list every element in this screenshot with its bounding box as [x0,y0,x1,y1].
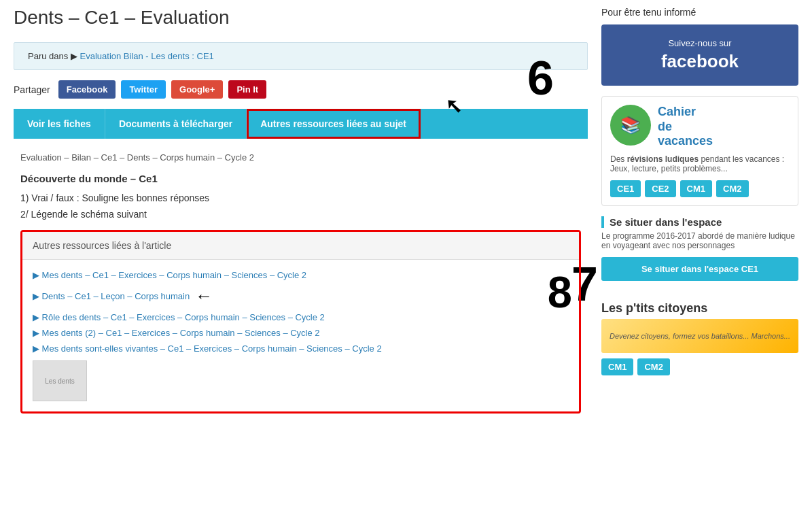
related-resources-content: 8 ▶ Mes dents – Ce1 – Exercices – Corps … [22,260,579,411]
related-link-2[interactable]: ▶ Dents – Ce1 – Leçon – Corps humain [33,291,190,301]
vacances-cm2-button[interactable]: CM2 [716,180,748,197]
facebook-banner-main: facebook [615,51,785,72]
tabs-navigation: Voir les fiches Documents à télécharger … [14,109,588,139]
sidebar: Pour être tenu informé Suivez-nous sur f… [601,7,798,427]
tab-documents[interactable]: Documents à télécharger [105,109,247,139]
pinit-share-button[interactable]: Pin It [228,80,266,99]
related-resources-header: Autres ressources liées à l'article [22,232,579,260]
facebook-banner[interactable]: Suivez-nous sur facebook [601,24,798,86]
facebook-banner-top: Suivez-nous sur [615,38,785,48]
content-area: Evaluation – Bilan – Ce1 – Dents – Corps… [14,139,588,427]
related-link-1[interactable]: ▶ Mes dents – Ce1 – Exercices – Corps hu… [33,270,569,280]
vacances-ce2-button[interactable]: CE2 [645,180,675,197]
petits-citoyens-title: Les p'tits citoyens [601,301,798,316]
section-title: Découverte du monde – Ce1 [20,173,581,184]
content-text-1: 1) Vrai / faux : Souligne les bonnes rép… [20,192,581,203]
tab-autres-ressources[interactable]: Autres ressources liées au sujet [247,109,421,139]
breadcrumb-prefix: Paru dans [28,51,68,61]
related-link-4[interactable]: ▶ Mes dents (2) – Ce1 – Exercices – Corp… [33,328,569,338]
thumbnail-area: Les dents [33,360,569,401]
petits-citoyens-level-buttons: CM1 CM2 [601,358,798,375]
vacances-desc: Des révisions ludiques pendant les vacan… [610,154,790,173]
breadcrumb-arrow: ▶ [71,51,77,61]
facebook-share-button[interactable]: Facebook [58,80,116,99]
vacances-card: 📚 Cahier de vacances Des révisions ludiq… [601,96,798,206]
content-text-2: 2/ Légende le schéma suivant [20,209,581,220]
related-link-3[interactable]: ▶ Rôle des dents – Ce1 – Exercices – Cor… [33,312,569,322]
vacances-card-inner: 📚 Cahier de vacances [610,105,790,149]
vacances-cm1-button[interactable]: CM1 [680,180,712,197]
twitter-share-button[interactable]: Twitter [121,80,166,99]
sidebar-pour-etre-label: Pour être tenu informé [601,7,798,18]
vacances-title: Cahier de vacances [658,105,713,149]
content-subtitle: Evaluation – Bilan – Ce1 – Dents – Corps… [20,152,581,163]
breadcrumb: Paru dans ▶ Evaluation Bilan - Les dents… [14,42,588,70]
situer-section: Se situer dans l'espace Le programme 201… [601,216,798,291]
page-title: Dents – Ce1 – Evaluation [14,7,588,32]
share-label: Partager [14,84,50,95]
google-share-button[interactable]: Google+ [171,80,223,99]
petits-citoyens-section: Les p'tits citoyens Devenez citoyens, fo… [601,301,798,375]
tab-voir-les-fiches[interactable]: Voir les fiches [14,109,105,139]
share-row: Partager Facebook Twitter Google+ Pin It [14,80,588,99]
vacances-icon: 📚 [610,105,651,146]
related-outer-wrapper: 7 Autres ressources liées à l'article 8 … [20,230,581,414]
petits-citoyens-image: Devenez citoyens, formez vos bataillons.… [601,319,798,353]
related-resources-section: Autres ressources liées à l'article 8 ▶ … [20,230,581,414]
situer-button[interactable]: Se situer dans l'espace CE1 [601,257,798,281]
vacances-ce1-button[interactable]: CE1 [610,180,641,197]
arrow-annotation-8: ← [195,286,213,307]
situer-desc: Le programme 2016-2017 abordé de manière… [601,231,798,250]
citoyens-cm2-button[interactable]: CM2 [637,358,669,375]
breadcrumb-link[interactable]: Evaluation Bilan - Les dents : CE1 [80,51,214,61]
citoyens-cm1-button[interactable]: CM1 [601,358,633,375]
vacances-level-buttons: CE1 CE2 CM1 CM2 [610,180,790,197]
related-link-5[interactable]: ▶ Mes dents sont-elles vivantes – Ce1 – … [33,343,569,354]
thumbnail-image: Les dents [33,360,87,401]
situer-title: Se situer dans l'espace [601,216,798,228]
